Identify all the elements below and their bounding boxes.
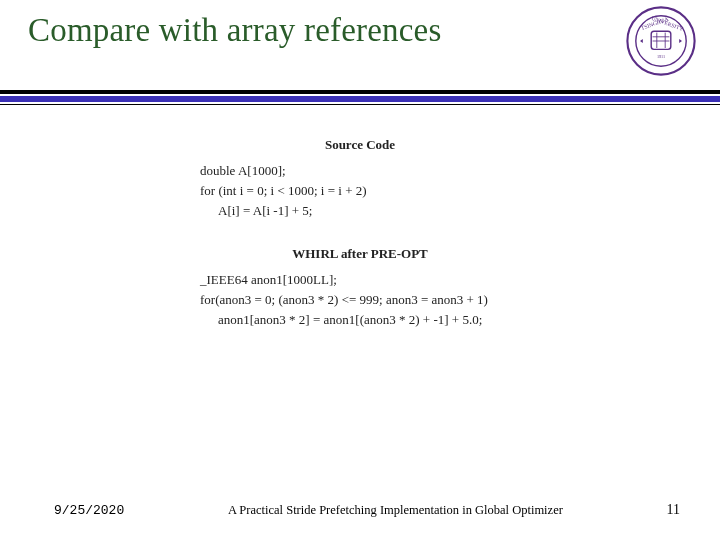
code-line: anon1[anon3 * 2] = anon1[(anon3 * 2) + -… — [200, 310, 520, 330]
slide-body: Source Code double A[1000]; for (int i =… — [0, 105, 720, 330]
whirl-heading: WHIRL after PRE-OPT — [200, 244, 520, 264]
code-line: double A[1000]; — [200, 161, 520, 181]
divider-rule — [0, 90, 720, 105]
tsinghua-seal-icon: TSINGHUA UNIVERSITY 1911 — [626, 6, 696, 76]
code-line: for (int i = 0; i < 1000; i = i + 2) — [200, 181, 520, 201]
source-code-heading: Source Code — [200, 135, 520, 155]
svg-text:1911: 1911 — [657, 54, 665, 59]
code-line: for(anon3 = 0; (anon3 * 2) <= 999; anon3… — [200, 290, 520, 310]
footer-date: 9/25/2020 — [54, 503, 124, 518]
slide-footer: 9/25/2020 A Practical Stride Prefetching… — [0, 502, 720, 518]
code-figure: Source Code double A[1000]; for (int i =… — [200, 135, 520, 330]
footer-title: A Practical Stride Prefetching Implement… — [124, 503, 666, 518]
code-line: _IEEE64 anon1[1000LL]; — [200, 270, 520, 290]
slide-title: Compare with array references — [28, 12, 696, 49]
slide-header: Compare with array references TSINGHUA U… — [0, 0, 720, 86]
page-number: 11 — [667, 502, 680, 518]
code-line: A[i] = A[i -1] + 5; — [200, 201, 520, 221]
